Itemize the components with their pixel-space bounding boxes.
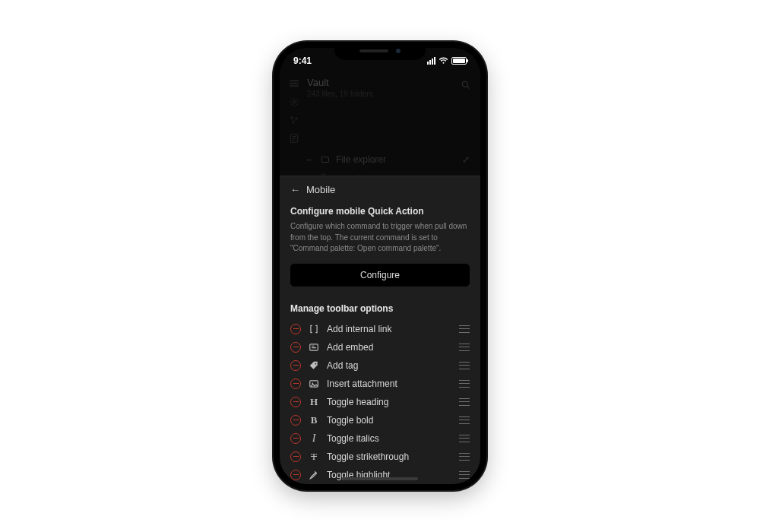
vault-subtitle: 243 files, 19 folders bbox=[307, 90, 453, 98]
heading-icon: H bbox=[309, 397, 319, 407]
settings-icon bbox=[289, 97, 299, 107]
drag-handle-icon[interactable] bbox=[459, 416, 470, 424]
toolbar-options-heading: Manage toolbar options bbox=[290, 303, 470, 314]
svg-point-8 bbox=[462, 81, 467, 87]
home-indicator[interactable] bbox=[342, 477, 418, 480]
vault-title: Vault bbox=[307, 77, 453, 88]
remove-option-button[interactable] bbox=[290, 451, 301, 462]
remove-option-button[interactable] bbox=[290, 433, 301, 444]
strike-icon: T bbox=[309, 451, 319, 462]
highlight-icon bbox=[309, 470, 319, 480]
toolbar-option-row: Add tag bbox=[290, 356, 470, 375]
graph-icon bbox=[289, 115, 299, 125]
option-label: Toggle heading bbox=[327, 397, 451, 407]
option-label: Toggle bold bbox=[327, 415, 451, 426]
option-label: Add internal link bbox=[327, 324, 451, 334]
configure-button-label: Configure bbox=[360, 270, 400, 280]
toolbar-options-list: Add internal linkAdd embedAdd tagInsert … bbox=[290, 320, 470, 484]
battery-icon bbox=[451, 57, 467, 65]
file-explorer-label: File explorer bbox=[336, 154, 386, 165]
tag-icon bbox=[309, 360, 319, 371]
svg-point-10 bbox=[315, 363, 316, 364]
remove-option-button[interactable] bbox=[290, 415, 301, 426]
expand-icon: ⤢ bbox=[462, 154, 470, 165]
option-label: Toggle strikethrough bbox=[327, 451, 451, 462]
breadcrumb: Mobile bbox=[306, 184, 335, 195]
option-label: Add tag bbox=[327, 360, 451, 371]
drag-handle-icon[interactable] bbox=[459, 325, 470, 333]
bold-icon: B bbox=[309, 415, 319, 426]
brackets-icon bbox=[309, 324, 319, 334]
embed-icon bbox=[309, 342, 319, 353]
toolbar-option-row: IToggle italics bbox=[290, 429, 470, 448]
svg-rect-2 bbox=[290, 85, 299, 87]
notch bbox=[334, 42, 426, 60]
toolbar-option-row: HToggle heading bbox=[290, 393, 470, 411]
toolbar-option-row: TToggle strikethrough bbox=[290, 448, 470, 466]
drag-handle-icon[interactable] bbox=[459, 398, 470, 406]
svg-rect-0 bbox=[290, 80, 299, 81]
drag-handle-icon[interactable] bbox=[459, 380, 470, 388]
toolbar-option-row: Add internal link bbox=[290, 320, 470, 338]
toolbar-option-row: Insert attachment bbox=[290, 375, 470, 393]
drag-handle-icon[interactable] bbox=[459, 471, 470, 479]
drag-handle-icon[interactable] bbox=[459, 435, 470, 442]
screen: 9:41 bbox=[280, 48, 480, 484]
back-arrow-icon: ← bbox=[290, 184, 300, 195]
notes-icon bbox=[289, 133, 299, 144]
option-label: Add embed bbox=[327, 342, 451, 353]
remove-option-button[interactable] bbox=[290, 342, 301, 353]
toolbar-option-row: Add embed bbox=[290, 338, 470, 356]
svg-point-3 bbox=[293, 100, 296, 103]
image-icon bbox=[309, 378, 319, 389]
remove-option-button[interactable] bbox=[290, 360, 301, 371]
drag-handle-icon[interactable] bbox=[459, 362, 470, 369]
wifi-icon bbox=[439, 57, 448, 65]
option-label: Insert attachment bbox=[327, 378, 451, 389]
italic-icon: I bbox=[309, 433, 319, 444]
search-icon bbox=[461, 80, 471, 90]
status-time: 9:41 bbox=[293, 55, 312, 66]
svg-rect-1 bbox=[290, 83, 299, 84]
section-description: Configure which command to trigger when … bbox=[290, 221, 470, 255]
option-label: Toggle italics bbox=[327, 433, 451, 444]
settings-back[interactable]: ← Mobile bbox=[280, 176, 480, 201]
configure-button[interactable]: Configure bbox=[290, 264, 470, 287]
cellular-icon bbox=[427, 57, 435, 65]
sidebar-icon bbox=[289, 78, 299, 89]
toolbar-option-row: Toggle highlight bbox=[290, 466, 470, 484]
drag-handle-icon[interactable] bbox=[459, 344, 470, 351]
remove-option-button[interactable] bbox=[290, 397, 301, 407]
settings-sheet: ← Mobile Configure mobile Quick Action C… bbox=[280, 176, 480, 484]
remove-option-button[interactable] bbox=[290, 378, 301, 389]
toolbar-option-row: BToggle bold bbox=[290, 411, 470, 429]
remove-option-button[interactable] bbox=[290, 324, 301, 334]
back-arrow-icon: ← bbox=[306, 154, 315, 165]
section-title: Configure mobile Quick Action bbox=[290, 206, 470, 217]
remove-option-button[interactable] bbox=[290, 470, 301, 480]
drag-handle-icon[interactable] bbox=[459, 453, 470, 461]
folder-icon bbox=[321, 155, 330, 164]
phone-frame: 9:41 bbox=[274, 42, 486, 490]
